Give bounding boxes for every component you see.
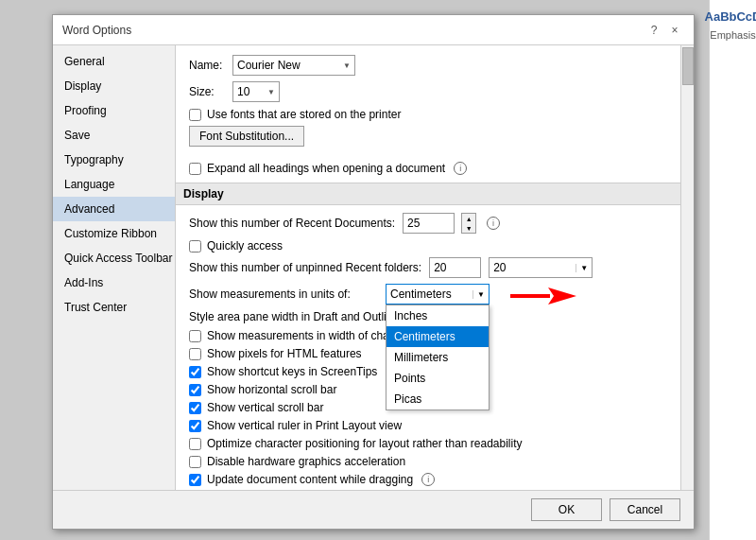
update-drag-label: Update document content while dragging xyxy=(207,473,413,486)
sidebar-item-proofing[interactable]: Proofing xyxy=(53,98,175,123)
sidebar-item-general[interactable]: General xyxy=(53,49,175,74)
update-drag-info-icon: i xyxy=(421,473,435,486)
dialog-titlebar: Word Options ? × xyxy=(53,15,694,45)
close-button[interactable]: × xyxy=(665,22,684,39)
unpinned-folders-label: Show this number of unpinned Recent fold… xyxy=(189,261,421,274)
option-inches[interactable]: Inches xyxy=(387,305,489,326)
option-millimeters[interactable]: Millimeters xyxy=(387,347,489,368)
sidebar-item-add-ins[interactable]: Add-Ins xyxy=(53,270,175,295)
font-name-label: Name: xyxy=(189,59,227,72)
scrollbar-thumb[interactable] xyxy=(682,47,694,85)
update-drag-checkbox[interactable] xyxy=(189,474,201,486)
sidebar-item-quick-access[interactable]: Quick Access Toolbar xyxy=(53,246,175,270)
printer-fonts-checkbox[interactable] xyxy=(189,109,201,121)
sidebar-item-trust-center[interactable]: Trust Center xyxy=(53,295,175,320)
font-size-label: Size: xyxy=(189,85,227,98)
units-dropdown-popup: Inches Centimeters Millimeters Points Pi… xyxy=(386,305,490,410)
update-drag-row: Update document content while dragging i xyxy=(189,473,680,486)
recent-docs-row: Show this number of Recent Documents: 25… xyxy=(189,213,680,234)
dialog-footer: OK Cancel xyxy=(53,490,694,529)
option-points[interactable]: Points xyxy=(387,368,489,389)
units-dropdown[interactable]: Centimeters ▼ xyxy=(386,284,490,305)
units-row: Show measurements in units of: Centimete… xyxy=(189,284,680,305)
unpinned-input[interactable]: 20 xyxy=(429,257,481,278)
recent-docs-label: Show this number of Recent Documents: xyxy=(189,217,395,230)
printer-fonts-row: Use fonts that are stored on the printer xyxy=(189,108,680,121)
char-width-checkbox[interactable] xyxy=(189,330,201,342)
sidebar-item-customize-ribbon[interactable]: Customize Ribbon xyxy=(53,221,175,246)
font-substitution-button[interactable]: Font Substitution... xyxy=(189,126,304,147)
v-scrollbar-label: Show vertical scroll bar xyxy=(207,401,323,414)
char-pos-row: Optimize character positioning for layou… xyxy=(189,437,680,450)
desktop: AaBbCcD Emphasis Word Options ? × Genera… xyxy=(0,0,756,540)
main-content: Name: Courier New ▼ Size: 10 ▼ Use fonts xyxy=(176,45,694,490)
unpinned-folders-row: Show this number of unpinned Recent fold… xyxy=(189,257,680,278)
recent-docs-up[interactable]: ▲ xyxy=(462,214,475,223)
screentips-label: Show shortcut keys in ScreenTips xyxy=(207,365,377,378)
titlebar-buttons: ? × xyxy=(644,22,684,39)
sidebar-item-advanced[interactable]: Advanced xyxy=(53,197,175,221)
option-picas[interactable]: Picas xyxy=(387,389,489,409)
quick-access-row: Quickly access xyxy=(189,239,680,253)
screentips-checkbox[interactable] xyxy=(189,366,201,378)
dialog-body: General Display Proofing Save Typography… xyxy=(53,45,694,490)
quick-access-checkbox[interactable] xyxy=(189,240,201,253)
dialog-title: Word Options xyxy=(62,24,131,37)
sidebar-item-language[interactable]: Language xyxy=(53,172,175,197)
ribbon-text: AaBbCcD xyxy=(705,9,756,24)
h-scrollbar-label: Show horizontal scroll bar xyxy=(207,383,336,396)
size-arrow: ▼ xyxy=(267,88,275,96)
h-scrollbar-checkbox[interactable] xyxy=(189,384,201,396)
hw-accel-checkbox[interactable] xyxy=(189,456,201,468)
font-name-row: Name: Courier New ▼ xyxy=(189,55,680,76)
units-dropdown-arrow: ▼ xyxy=(472,290,485,299)
char-pos-checkbox[interactable] xyxy=(189,438,201,450)
html-pixels-checkbox[interactable] xyxy=(189,348,201,360)
quick-access-label: Quickly access xyxy=(207,239,283,253)
ok-button[interactable]: OK xyxy=(531,498,602,521)
unpinned-dropdown[interactable]: 20 ▼ xyxy=(489,257,593,278)
expand-headings-info-icon: i xyxy=(454,162,467,175)
recent-docs-info-icon: i xyxy=(487,217,500,230)
char-pos-label: Optimize character positioning for layou… xyxy=(207,437,523,450)
sidebar-item-save[interactable]: Save xyxy=(53,123,175,148)
svg-rect-1 xyxy=(510,294,550,298)
cancel-button[interactable]: Cancel xyxy=(610,498,680,521)
option-centimeters[interactable]: Centimeters xyxy=(387,326,489,347)
expand-headings-row: Expand all headings when opening a docum… xyxy=(189,162,680,175)
units-value: Centimeters xyxy=(390,287,452,301)
v-scrollbar-checkbox[interactable] xyxy=(189,402,201,414)
v-ruler-checkbox[interactable] xyxy=(189,420,201,432)
v-ruler-row: Show vertical ruler in Print Layout view xyxy=(189,419,680,432)
recent-docs-spinner[interactable]: ▲ ▼ xyxy=(461,213,476,234)
font-size-row: Size: 10 ▼ xyxy=(189,81,680,102)
v-ruler-label: Show vertical ruler in Print Layout view xyxy=(207,419,402,432)
font-name-arrow: ▼ xyxy=(343,61,351,70)
recent-docs-input[interactable]: 25 xyxy=(403,213,455,234)
font-name-input[interactable]: Courier New ▼ xyxy=(232,55,355,76)
svg-marker-0 xyxy=(548,287,576,305)
sidebar-item-display[interactable]: Display xyxy=(53,74,175,98)
ribbon-emphasis: Emphasis xyxy=(710,29,755,41)
ribbon-area: AaBbCcD Emphasis xyxy=(709,0,756,540)
html-pixels-label: Show pixels for HTML features xyxy=(207,347,362,360)
display-section-header: Display xyxy=(176,183,694,205)
word-options-dialog: Word Options ? × General Display Proofin… xyxy=(52,14,695,530)
recent-docs-down[interactable]: ▼ xyxy=(462,223,475,233)
red-arrow-indicator xyxy=(510,286,576,309)
font-size-input[interactable]: 10 ▼ xyxy=(232,81,280,102)
hw-accel-label: Disable hardware graphics acceleration xyxy=(207,455,405,468)
units-label: Show measurements in units of: xyxy=(189,287,378,301)
printer-fonts-label: Use fonts that are stored on the printer xyxy=(207,108,401,121)
help-button[interactable]: ? xyxy=(644,22,663,39)
scrollbar-track[interactable] xyxy=(680,45,694,490)
hw-accel-row: Disable hardware graphics acceleration xyxy=(189,455,680,468)
sidebar: General Display Proofing Save Typography… xyxy=(53,45,176,490)
expand-headings-checkbox[interactable] xyxy=(189,163,201,175)
unpinned-dropdown-arrow: ▼ xyxy=(576,264,588,272)
expand-headings-label: Expand all headings when opening a docum… xyxy=(207,162,445,175)
sidebar-item-typography[interactable]: Typography xyxy=(53,148,175,172)
